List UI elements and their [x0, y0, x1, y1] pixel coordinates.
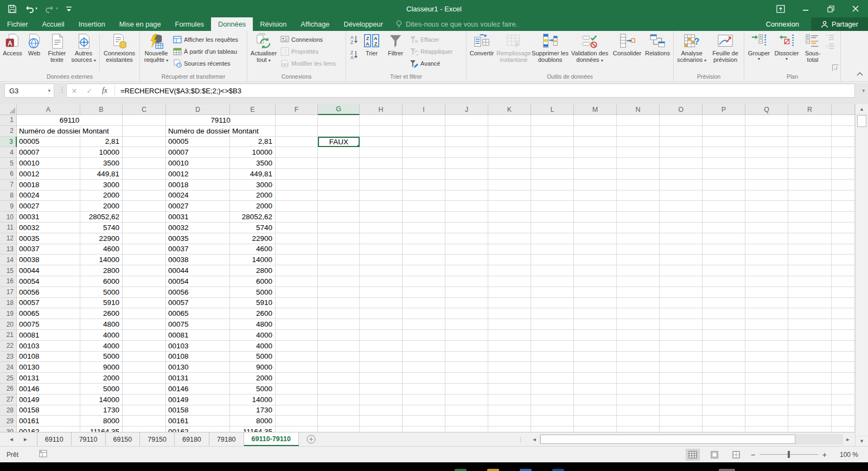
cell-J19[interactable]: [445, 308, 488, 319]
cell-A23[interactable]: 00108: [17, 352, 80, 362]
column-header-J[interactable]: J: [445, 104, 488, 115]
cell-F11[interactable]: [276, 222, 318, 233]
cell-R19[interactable]: [788, 308, 832, 319]
cell-G23[interactable]: [318, 352, 360, 362]
cell-F6[interactable]: [276, 169, 318, 180]
cell-N27[interactable]: [617, 394, 660, 405]
cell-I4[interactable]: [403, 147, 445, 158]
cell-N30[interactable]: [617, 427, 660, 432]
cell-F4[interactable]: [276, 147, 318, 158]
cell-I29[interactable]: [403, 416, 445, 427]
cell-partial-4[interactable]: [832, 147, 855, 158]
cell-L6[interactable]: [531, 169, 574, 180]
cell-L2[interactable]: [531, 126, 574, 137]
cell-J28[interactable]: [445, 405, 488, 416]
cell-D3[interactable]: 00005: [166, 137, 230, 148]
cell-D28[interactable]: 00158: [166, 405, 230, 416]
cell-A29[interactable]: 00161: [17, 416, 80, 427]
row-header-3[interactable]: 3: [0, 137, 17, 148]
vertical-scroll-thumb[interactable]: [857, 115, 866, 127]
cell-L26[interactable]: [531, 384, 574, 394]
cell-C13[interactable]: [123, 244, 166, 255]
cell-Q19[interactable]: [745, 308, 788, 319]
cell-R4[interactable]: [788, 147, 832, 158]
column-header-Q[interactable]: Q: [745, 104, 788, 115]
cell-D25[interactable]: 00131: [166, 373, 230, 384]
cell-L21[interactable]: [531, 330, 574, 341]
cell-K26[interactable]: [488, 384, 531, 394]
cell-F26[interactable]: [276, 384, 318, 394]
cell-G10[interactable]: [318, 212, 360, 222]
cell-K16[interactable]: [488, 276, 531, 287]
cell-M9[interactable]: [574, 201, 617, 212]
cell-D9[interactable]: 00027: [166, 201, 230, 212]
cell-L23[interactable]: [531, 352, 574, 362]
cell-L12[interactable]: [531, 233, 574, 244]
cell-B20[interactable]: 4800: [80, 319, 123, 330]
sheet-nav-left-icon[interactable]: ◄: [9, 436, 14, 442]
cell-Q5[interactable]: [745, 158, 788, 169]
cell-E7[interactable]: 3000: [230, 180, 276, 190]
row-header-5[interactable]: 5: [0, 158, 17, 169]
cell-A3[interactable]: 00005: [17, 137, 80, 148]
cell-partial-19[interactable]: [832, 308, 855, 319]
cell-O28[interactable]: [660, 405, 703, 416]
cell-C19[interactable]: [123, 308, 166, 319]
cell-E22[interactable]: 4000: [230, 341, 276, 352]
cell-J18[interactable]: [445, 298, 488, 309]
cell-J27[interactable]: [445, 394, 488, 405]
trier-button[interactable]: ZAAZ Trier: [360, 32, 383, 72]
cell-J23[interactable]: [445, 352, 488, 362]
cell-E21[interactable]: 4000: [230, 330, 276, 341]
cell-A28[interactable]: 00158: [17, 405, 80, 416]
cell-R28[interactable]: [788, 405, 832, 416]
cell-E24[interactable]: 9000: [230, 362, 276, 373]
row-header-16[interactable]: 16: [0, 276, 17, 287]
cell-B13[interactable]: 4600: [80, 244, 123, 255]
cell-I24[interactable]: [403, 362, 445, 373]
undo-button[interactable]: ▾: [24, 4, 37, 13]
cell-F23[interactable]: [276, 352, 318, 362]
partager-button[interactable]: Partager: [811, 17, 868, 31]
cell-H6[interactable]: [360, 169, 403, 180]
cell-J3[interactable]: [445, 137, 488, 148]
cell-F1[interactable]: [276, 115, 318, 126]
cell-O17[interactable]: [660, 287, 703, 298]
cell-K5[interactable]: [488, 158, 531, 169]
cell-G15[interactable]: [318, 265, 360, 276]
cell-A15[interactable]: 00044: [17, 265, 80, 276]
cell-H15[interactable]: [360, 265, 403, 276]
cell-A21[interactable]: 00081: [17, 330, 80, 341]
cell-F13[interactable]: [276, 244, 318, 255]
cell-M4[interactable]: [574, 147, 617, 158]
cell-partial-18[interactable]: [832, 298, 855, 309]
cell-I13[interactable]: [403, 244, 445, 255]
cell-B3[interactable]: 2,81: [80, 137, 123, 148]
cell-R11[interactable]: [788, 222, 832, 233]
cell-J6[interactable]: [445, 169, 488, 180]
cell-F16[interactable]: [276, 276, 318, 287]
cell-I11[interactable]: [403, 222, 445, 233]
cell-I19[interactable]: [403, 308, 445, 319]
save-button[interactable]: [8, 4, 17, 14]
cell-B4[interactable]: 10000: [80, 147, 123, 158]
cell-P17[interactable]: [703, 287, 745, 298]
cell-O30[interactable]: [660, 427, 703, 432]
column-header-partial[interactable]: [832, 104, 855, 115]
nouvelle-requete-button[interactable]: Nouvelle requête ▾: [141, 32, 171, 72]
cell-partial-23[interactable]: [832, 352, 855, 362]
cell-D12[interactable]: 00035: [166, 233, 230, 244]
row-header-25[interactable]: 25: [0, 373, 17, 384]
cell-F24[interactable]: [276, 362, 318, 373]
cell-G7[interactable]: [318, 180, 360, 190]
cell-L25[interactable]: [531, 373, 574, 384]
cell-L10[interactable]: [531, 212, 574, 222]
cell-R25[interactable]: [788, 373, 832, 384]
cell-I10[interactable]: [403, 212, 445, 222]
cell-D15[interactable]: 00044: [166, 265, 230, 276]
cell-J22[interactable]: [445, 341, 488, 352]
cell-I25[interactable]: [403, 373, 445, 384]
cell-M20[interactable]: [574, 319, 617, 330]
cell-C17[interactable]: [123, 287, 166, 298]
cell-P10[interactable]: [703, 212, 745, 222]
